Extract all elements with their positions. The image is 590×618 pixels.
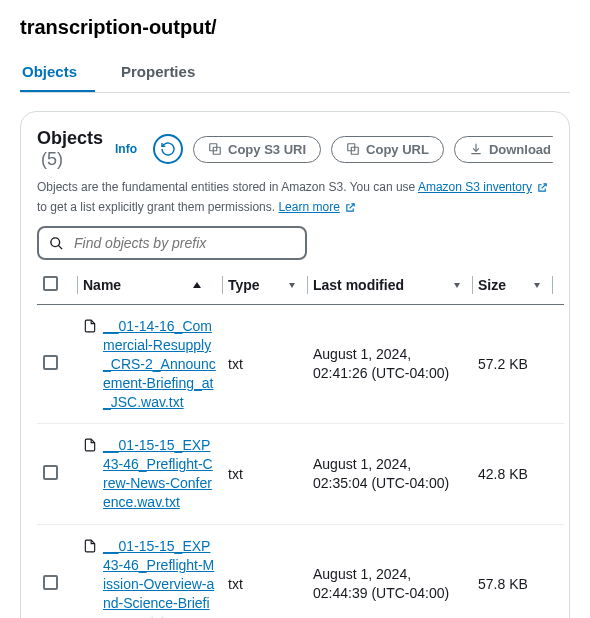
column-settings-icon	[534, 283, 540, 288]
download-icon	[469, 142, 483, 156]
page-title: transcription-output/	[20, 16, 570, 39]
row-checkbox[interactable]	[43, 575, 58, 590]
tabs: Objects Properties	[20, 53, 570, 93]
column-name[interactable]: Name	[77, 266, 222, 305]
refresh-icon	[160, 141, 176, 157]
column-settings-icon	[289, 283, 295, 288]
file-link[interactable]: __01-15-15_EXP43-46_Preflight-Crew-News-…	[103, 436, 216, 512]
svg-point-4	[51, 237, 60, 246]
copy-icon	[208, 142, 222, 156]
copy-s3-uri-button[interactable]: Copy S3 URI	[193, 136, 321, 163]
cell-last-modified: August 1, 2024, 02:41:26 (UTC-04:00)	[307, 305, 472, 424]
cell-last-modified: August 1, 2024, 02:35:04 (UTC-04:00)	[307, 424, 472, 525]
table-row: __01-15-15_EXP43-46_Preflight-Mission-Ov…	[37, 525, 564, 618]
row-checkbox[interactable]	[43, 465, 58, 480]
panel-count: (5)	[41, 149, 63, 169]
svg-line-5	[58, 245, 62, 249]
info-link[interactable]: Info	[115, 142, 137, 156]
learn-more-link[interactable]: Learn more	[278, 200, 339, 214]
file-link[interactable]: __01-14-16_Commercial-Resupply_CRS-2_Ann…	[103, 317, 216, 411]
file-icon	[83, 538, 97, 554]
s3-inventory-link[interactable]: Amazon S3 inventory	[418, 180, 532, 194]
search-box[interactable]	[37, 226, 307, 260]
download-button[interactable]: Download	[454, 136, 553, 163]
copy-url-button[interactable]: Copy URL	[331, 136, 444, 163]
file-icon	[83, 318, 97, 334]
column-settings-icon	[454, 283, 460, 288]
file-link[interactable]: __01-15-15_EXP43-46_Preflight-Mission-Ov…	[103, 537, 216, 618]
select-all-checkbox[interactable]	[43, 276, 58, 291]
panel-title: Objects (5)	[37, 128, 103, 170]
cell-type: txt	[222, 424, 307, 525]
column-type[interactable]: Type	[222, 266, 307, 305]
column-size[interactable]: Size	[472, 266, 552, 305]
copy-icon	[346, 142, 360, 156]
cell-size: 42.8 KB	[472, 424, 552, 525]
external-link-icon	[537, 180, 548, 198]
tab-objects[interactable]: Objects	[20, 53, 95, 92]
row-checkbox[interactable]	[43, 355, 58, 370]
table-row: __01-14-16_Commercial-Resupply_CRS-2_Ann…	[37, 305, 564, 424]
external-link-icon	[345, 200, 356, 218]
cell-type: txt	[222, 525, 307, 618]
column-last-modified[interactable]: Last modified	[307, 266, 472, 305]
cell-type: txt	[222, 305, 307, 424]
search-input[interactable]	[72, 234, 295, 252]
table-row: __01-15-15_EXP43-46_Preflight-Crew-News-…	[37, 424, 564, 525]
cell-size: 57.2 KB	[472, 305, 552, 424]
panel-description: Objects are the fundamental entities sto…	[37, 178, 553, 218]
refresh-button[interactable]	[153, 134, 183, 164]
sort-ascending-icon	[193, 282, 201, 288]
search-icon	[49, 236, 64, 251]
cell-last-modified: August 1, 2024, 02:44:39 (UTC-04:00)	[307, 525, 472, 618]
objects-panel: Objects (5) Info Copy S3 URI Copy URL	[20, 111, 570, 618]
tab-properties[interactable]: Properties	[119, 53, 213, 92]
objects-table: Name Type Last modified Size	[37, 266, 564, 618]
cell-size: 57.8 KB	[472, 525, 552, 618]
file-icon	[83, 437, 97, 453]
